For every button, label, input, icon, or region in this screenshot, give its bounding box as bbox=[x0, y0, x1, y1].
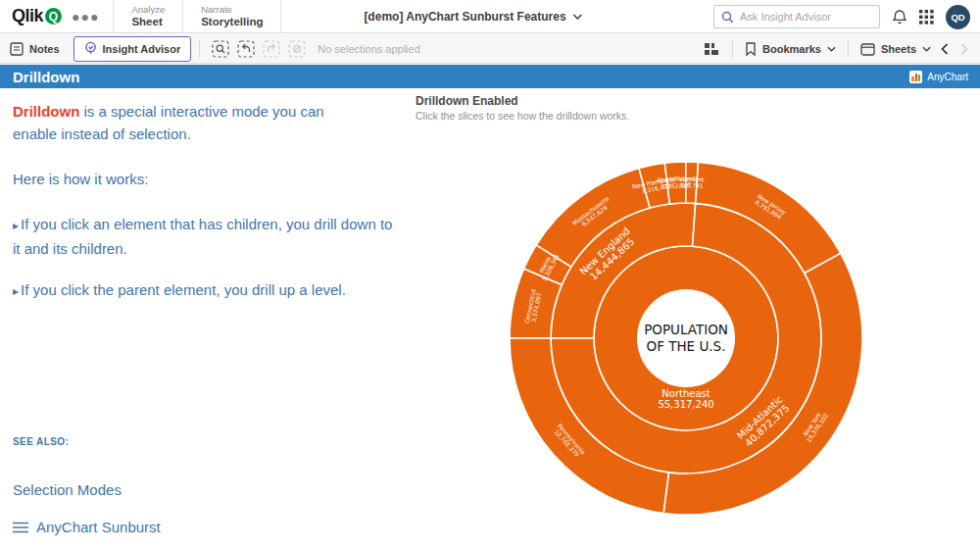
notes-button[interactable]: Notes bbox=[0, 34, 70, 64]
sheets-icon bbox=[860, 43, 875, 56]
notifications-bell-icon[interactable] bbox=[892, 9, 907, 25]
user-avatar[interactable]: QD bbox=[946, 5, 970, 29]
chevron-right-icon bbox=[960, 43, 968, 55]
clear-selections-icon bbox=[288, 40, 306, 58]
sunburst-chart[interactable]: POPULATIONOF THE U.S.Northeast55,317,240… bbox=[412, 88, 980, 551]
smart-search-button[interactable] bbox=[208, 34, 233, 64]
selections-status: No selections applied bbox=[318, 43, 420, 55]
chevron-down-icon bbox=[573, 14, 583, 20]
chevron-down-icon bbox=[827, 46, 836, 52]
nav-category: Analyze bbox=[131, 4, 165, 16]
search-input[interactable] bbox=[740, 11, 862, 23]
bullet-point-1: ▸If you click an element that has childr… bbox=[13, 213, 403, 260]
bullet-1-text: If you click an element that has childre… bbox=[13, 216, 392, 257]
link-selection-modes[interactable]: Selection Modes bbox=[13, 481, 122, 498]
step-forward-button[interactable] bbox=[259, 34, 284, 64]
sheets-button[interactable]: Sheets bbox=[857, 34, 935, 64]
step-forward-icon bbox=[263, 40, 280, 58]
bullet-2-text: If you click the parent element, you dri… bbox=[21, 281, 346, 298]
next-sheet-button[interactable] bbox=[955, 34, 974, 64]
clear-selections-button[interactable] bbox=[284, 34, 310, 64]
nav-narrate-storytelling[interactable]: Narrate Storytelling bbox=[183, 0, 280, 33]
more-menu-icon[interactable]: ●●● bbox=[72, 9, 99, 25]
previous-sheet-button[interactable] bbox=[935, 34, 955, 64]
sheet-objects-button[interactable] bbox=[699, 34, 724, 64]
qlik-logo[interactable]: Qlik Q bbox=[0, 6, 62, 26]
insight-advisor-label: Insight Advisor bbox=[103, 43, 181, 55]
nav-category: Narrate bbox=[201, 4, 263, 16]
link-label: AnyChart Sunburst bbox=[36, 519, 161, 535]
nav-label: Sheet bbox=[131, 16, 165, 28]
bullet-icon: ▸ bbox=[13, 219, 19, 232]
app-title-menu[interactable]: [demo] AnyChart Sunburst Features bbox=[364, 0, 582, 33]
sheet-title-bar: Drilldown AnyChart bbox=[0, 65, 980, 88]
chevron-left-icon bbox=[941, 43, 949, 55]
step-back-icon bbox=[237, 40, 255, 58]
bullet-point-2: ▸If you click the parent element, you dr… bbox=[13, 278, 424, 303]
divider bbox=[199, 40, 200, 58]
app-title: [demo] AnyChart Sunburst Features bbox=[364, 10, 565, 24]
nav-analyze-sheet[interactable]: Analyze Sheet bbox=[114, 0, 182, 33]
anychart-credit-label: AnyChart bbox=[927, 72, 968, 82]
link-anychart-sunburst[interactable]: AnyChart Sunburst bbox=[13, 519, 161, 535]
qlik-logo-text: Qlik bbox=[12, 6, 43, 26]
bookmarks-button[interactable]: Bookmarks bbox=[741, 34, 840, 64]
insight-advisor-icon bbox=[84, 41, 97, 56]
sheets-label: Sheets bbox=[881, 43, 916, 55]
sheet-title: Drilldown bbox=[0, 69, 79, 85]
search-icon bbox=[721, 11, 734, 24]
see-also-heading: SEE ALSO: bbox=[13, 436, 69, 447]
drilldown-emphasis: Drilldown bbox=[13, 103, 79, 120]
intro-paragraph: Drilldown is a special interactive mode … bbox=[13, 100, 368, 145]
anychart-credit-link[interactable]: AnyChart bbox=[909, 65, 968, 88]
hamburger-menu-icon bbox=[13, 522, 28, 533]
bookmark-icon bbox=[745, 42, 757, 56]
insight-advisor-button[interactable]: Insight Advisor bbox=[74, 36, 192, 62]
divider bbox=[848, 40, 849, 58]
nav-label: Storytelling bbox=[201, 16, 263, 28]
bookmarks-label: Bookmarks bbox=[762, 43, 821, 55]
notes-label: Notes bbox=[29, 43, 60, 55]
app-launcher-grid-icon[interactable] bbox=[919, 10, 934, 25]
insight-advisor-search[interactable] bbox=[713, 5, 880, 28]
how-it-works-text: Here is how it works: bbox=[13, 168, 385, 190]
smart-search-icon bbox=[212, 40, 229, 58]
divider bbox=[732, 40, 733, 58]
divider bbox=[280, 0, 281, 33]
link-label: Selection Modes bbox=[13, 481, 122, 498]
sheet-toolbar: Notes Insight Advisor No se bbox=[0, 34, 980, 64]
notes-icon bbox=[10, 42, 24, 56]
bullet-icon: ▸ bbox=[13, 284, 19, 298]
app-bar: Qlik Q ●●● Analyze Sheet Narrate Storyte… bbox=[0, 0, 980, 33]
qlik-logo-q-icon: Q bbox=[45, 8, 62, 25]
sunburst-center bbox=[637, 289, 735, 387]
sheet-objects-icon bbox=[704, 41, 719, 57]
step-back-button[interactable] bbox=[233, 34, 259, 64]
anychart-logo-icon bbox=[909, 71, 922, 83]
chevron-down-icon bbox=[922, 46, 931, 52]
